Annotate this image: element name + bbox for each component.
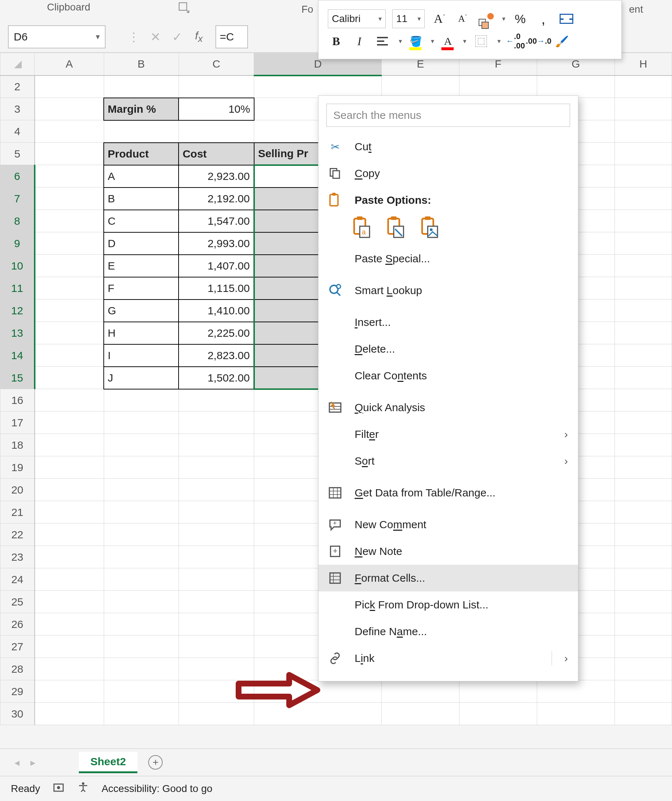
cell-B22[interactable] xyxy=(104,524,179,546)
cell-B17[interactable] xyxy=(104,412,179,434)
cell-C25[interactable] xyxy=(179,591,254,613)
cell-C20[interactable] xyxy=(179,479,254,501)
select-all-cell[interactable] xyxy=(0,53,35,76)
formula-bar[interactable]: =C xyxy=(216,25,248,48)
menu-new-comment[interactable]: + New Comment xyxy=(319,511,578,538)
cell-H22[interactable] xyxy=(614,524,672,546)
row-header-19[interactable]: 19 xyxy=(0,456,35,479)
cell-B16[interactable] xyxy=(104,389,179,412)
row-header-12[interactable]: 12 xyxy=(0,299,35,322)
cell-C7[interactable]: 2,192.00 xyxy=(179,188,254,210)
menu-format-cells[interactable]: Format Cells... xyxy=(319,565,578,592)
row-header-17[interactable]: 17 xyxy=(0,412,35,434)
paste-formulas-icon[interactable] xyxy=(387,216,405,239)
cell-C21[interactable] xyxy=(179,501,254,524)
paste-picture-icon[interactable] xyxy=(421,216,439,239)
row-header-26[interactable]: 26 xyxy=(0,613,35,635)
cell-B12[interactable]: G xyxy=(104,299,179,322)
cell-B11[interactable]: F xyxy=(104,277,179,299)
cell-C15[interactable]: 1,502.00 xyxy=(179,367,254,389)
cell-H30[interactable] xyxy=(614,703,672,725)
paste-default-icon[interactable]: a xyxy=(353,216,371,239)
col-header-H[interactable]: H xyxy=(614,53,672,76)
cell-A13[interactable] xyxy=(35,322,104,344)
row-header-28[interactable]: 28 xyxy=(0,658,35,680)
cell-B26[interactable] xyxy=(104,613,179,635)
cell-B27[interactable] xyxy=(104,635,179,658)
increase-decimal-icon[interactable]: ←.0.00 xyxy=(507,33,524,50)
row-header-9[interactable]: 9 xyxy=(0,232,35,255)
row-header-29[interactable]: 29 xyxy=(0,680,35,703)
cell-B20[interactable] xyxy=(104,479,179,501)
insert-function-icon[interactable]: fx xyxy=(188,30,209,44)
cell-F2[interactable] xyxy=(459,76,537,98)
col-header-B[interactable]: B xyxy=(104,53,179,76)
menu-insert[interactable]: Insert... xyxy=(319,309,578,336)
cell-H5[interactable] xyxy=(614,143,672,165)
cell-B2[interactable] xyxy=(104,76,179,98)
cell-H17[interactable] xyxy=(614,412,672,434)
cell-G30[interactable] xyxy=(537,703,614,725)
cell-A12[interactable] xyxy=(35,299,104,322)
cell-H6[interactable] xyxy=(614,165,672,188)
cell-C3[interactable]: 10% xyxy=(179,98,254,120)
cell-A24[interactable] xyxy=(35,568,104,591)
font-size-combo[interactable]: 11 ▾ xyxy=(392,10,425,28)
cell-A20[interactable] xyxy=(35,479,104,501)
cell-H15[interactable] xyxy=(614,367,672,389)
bold-icon[interactable]: B xyxy=(328,33,345,50)
cell-B23[interactable] xyxy=(104,546,179,568)
cell-B13[interactable]: H xyxy=(104,322,179,344)
cell-A29[interactable] xyxy=(35,680,104,703)
cell-C17[interactable] xyxy=(179,412,254,434)
conditional-format-icon[interactable] xyxy=(477,10,494,27)
menu-clear-contents[interactable]: Clear Contents xyxy=(319,362,578,389)
menu-copy[interactable]: Copy xyxy=(319,160,578,187)
chevron-down-icon[interactable]: ▾ xyxy=(502,15,505,23)
row-header-21[interactable]: 21 xyxy=(0,501,35,524)
cell-H10[interactable] xyxy=(614,255,672,277)
row-header-3[interactable]: 3 xyxy=(0,98,35,120)
cell-C12[interactable]: 1,410.00 xyxy=(179,299,254,322)
clipboard-dialog-launcher-icon[interactable] xyxy=(179,2,189,13)
tab-scroll-left-icon[interactable]: ◂ xyxy=(15,756,19,769)
cell-F29[interactable] xyxy=(459,680,537,703)
chevron-down-icon[interactable]: ▾ xyxy=(399,37,402,45)
cell-H9[interactable] xyxy=(614,232,672,255)
cell-C11[interactable]: 1,115.00 xyxy=(179,277,254,299)
cell-A8[interactable] xyxy=(35,210,104,232)
row-header-14[interactable]: 14 xyxy=(0,344,35,367)
cell-A25[interactable] xyxy=(35,591,104,613)
cell-H12[interactable] xyxy=(614,299,672,322)
row-header-22[interactable]: 22 xyxy=(0,524,35,546)
menu-search-input[interactable]: Search the menus xyxy=(326,104,570,127)
percent-style-icon[interactable]: % xyxy=(512,10,529,27)
chevron-down-icon[interactable]: ▾ xyxy=(96,32,100,42)
cell-C18[interactable] xyxy=(179,434,254,456)
row-header-15[interactable]: 15 xyxy=(0,367,35,389)
col-header-A[interactable]: A xyxy=(35,53,104,76)
cell-A4[interactable] xyxy=(35,120,104,143)
cell-H16[interactable] xyxy=(614,389,672,412)
cell-C22[interactable] xyxy=(179,524,254,546)
cell-H11[interactable] xyxy=(614,277,672,299)
decrease-decimal-icon[interactable]: .00→.0 xyxy=(530,33,547,50)
cell-A3[interactable] xyxy=(35,98,104,120)
row-header-18[interactable]: 18 xyxy=(0,434,35,456)
chevron-down-icon[interactable]: ▾ xyxy=(463,37,466,45)
comma-style-icon[interactable]: , xyxy=(535,10,552,27)
cancel-formula-icon[interactable]: ✕ xyxy=(145,30,166,44)
cell-B10[interactable]: E xyxy=(104,255,179,277)
cell-H18[interactable] xyxy=(614,434,672,456)
cell-H27[interactable] xyxy=(614,635,672,658)
accessibility-icon[interactable] xyxy=(77,782,89,796)
cell-A30[interactable] xyxy=(35,703,104,725)
cell-B7[interactable]: B xyxy=(104,188,179,210)
formula-dropdown-icon[interactable]: ⋮ xyxy=(123,30,145,44)
menu-pick-list[interactable]: Pick From Drop-down List... xyxy=(319,592,578,618)
menu-new-note[interactable]: + New Note xyxy=(319,538,578,565)
cell-A16[interactable] xyxy=(35,389,104,412)
cell-C9[interactable]: 2,993.00 xyxy=(179,232,254,255)
cell-A22[interactable] xyxy=(35,524,104,546)
cell-C5[interactable]: Cost xyxy=(179,143,254,165)
